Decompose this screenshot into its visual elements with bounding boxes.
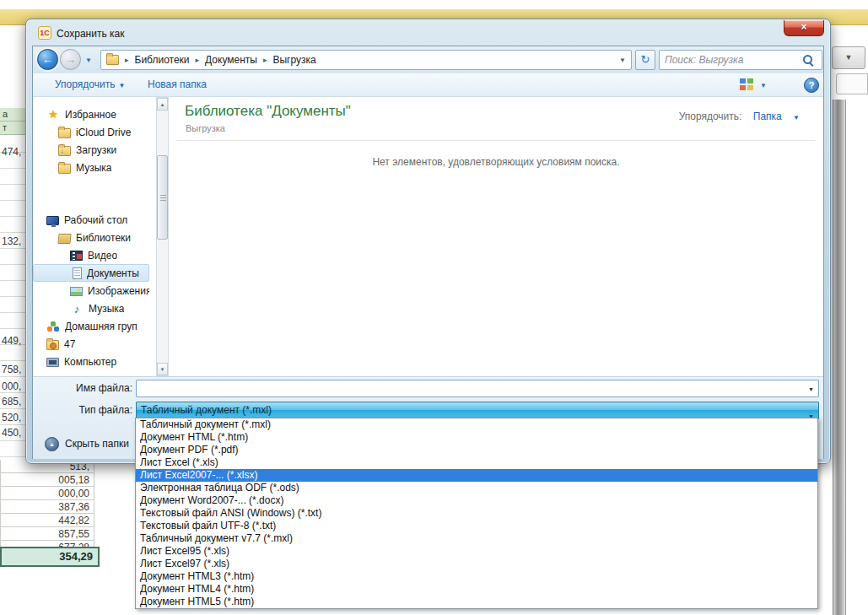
- sidebar-item-label: Документы: [87, 267, 139, 279]
- filetype-option-selected[interactable]: Лист Excel2007-... (*.xlsx): [136, 469, 817, 482]
- breadcrumb-separator-icon: ▸: [125, 56, 129, 64]
- arrange-by-control[interactable]: Упорядочить: Папка ▼: [679, 111, 800, 122]
- sidebar-item-homegroup[interactable]: Домашняя груп: [33, 317, 149, 335]
- sheet-total-cell: 354,29: [0, 547, 100, 567]
- refresh-button[interactable]: ↻: [635, 50, 655, 70]
- filetype-option[interactable]: Документ HTML (*.htm): [136, 431, 817, 444]
- filetype-option[interactable]: Электронная таблица ODF (*.ods): [136, 482, 817, 494]
- recent-pages-dropdown[interactable]: ▼: [85, 57, 92, 64]
- new-folder-button[interactable]: Новая папка: [148, 78, 207, 90]
- sidebar-item-label: Рабочий стол: [64, 214, 127, 226]
- sidebar-item-pictures[interactable]: Изображения: [33, 282, 149, 299]
- sidebar-gap: [33, 176, 149, 211]
- library-title: Библиотека "Документы": [185, 103, 351, 120]
- forward-button[interactable]: →: [60, 49, 81, 70]
- filetype-option[interactable]: Текстовый файл UTF-8 (*.txt): [136, 520, 817, 532]
- sidebar-item-favorites[interactable]: ★Избранное: [33, 105, 149, 123]
- save-as-dialog: 1С Сохранить как × ← → ▼ ▸ Библиотеки ▸ …: [25, 19, 831, 464]
- user-folder-icon: [46, 340, 59, 350]
- filetype-option[interactable]: Текстовый файл ANSI (Windows) (*.txt): [136, 507, 817, 520]
- scroll-up-icon[interactable]: ▲: [157, 98, 168, 111]
- dialog-body: ★Избранное iCloud Drive Загрузки Музыка …: [33, 97, 823, 376]
- header-separator: [177, 140, 815, 141]
- back-arrow-icon: ←: [42, 53, 53, 66]
- sheet-cell: 387,36: [0, 500, 94, 514]
- breadcrumb-item-documents[interactable]: Документы: [205, 54, 257, 66]
- star-icon: ★: [46, 109, 60, 121]
- search-input[interactable]: [665, 52, 800, 67]
- sidebar-item-label: Видео: [88, 250, 117, 262]
- arrange-value[interactable]: Папка: [753, 111, 782, 122]
- search-icon[interactable]: [803, 55, 815, 67]
- filetype-option[interactable]: Документ PDF (*.pdf): [136, 444, 817, 456]
- collapse-up-icon: ▲: [45, 437, 59, 451]
- back-button[interactable]: ←: [37, 49, 58, 70]
- organize-label: Упорядочить: [55, 78, 115, 90]
- video-icon: [70, 251, 83, 261]
- background-vertical-scrollbar[interactable]: [833, 100, 846, 615]
- filetype-option[interactable]: Табличный документ v7.7 (*.mxl): [136, 532, 817, 545]
- computer-icon: [46, 358, 59, 367]
- sidebar-item-libraries[interactable]: Библиотеки: [33, 229, 149, 246]
- filetype-option[interactable]: Документ HTML3 (*.htm): [136, 570, 817, 583]
- filetype-option[interactable]: Лист Excel95 (*.xls): [136, 545, 817, 558]
- sidebar-item-downloads[interactable]: Загрузки: [33, 141, 149, 159]
- background-button[interactable]: [836, 73, 868, 94]
- empty-results-message: Нет элементов, удовлетворяющих условиям …: [169, 156, 823, 168]
- filetype-option[interactable]: Лист Excel (*.xls): [136, 456, 817, 469]
- app-logo-icon: 1С: [38, 26, 51, 40]
- library-subtitle: Выгрузка: [186, 123, 225, 133]
- chevron-down-icon[interactable]: ▼: [808, 386, 814, 392]
- arrange-label: Упорядочить:: [679, 111, 742, 122]
- address-row: ← → ▼ ▸ Библиотеки ▸ Документы ▸ Выгрузк…: [33, 46, 823, 73]
- filetype-option[interactable]: Документ HTML5 (*.htm): [136, 596, 817, 608]
- view-mode-icon[interactable]: [740, 78, 753, 91]
- sidebar-item-music-fav[interactable]: Музыка: [33, 159, 149, 176]
- sidebar-item-label: Домашняя груп: [65, 321, 137, 332]
- hide-folders-button[interactable]: ▲ Скрыть папки: [45, 434, 146, 454]
- sidebar-item-desktop[interactable]: Рабочий стол: [33, 211, 149, 229]
- breadcrumb-separator-icon: ▸: [196, 56, 200, 64]
- background-dropdown-button[interactable]: ▼: [832, 46, 865, 69]
- sidebar-item-music-lib[interactable]: ♪Музыка: [33, 299, 149, 317]
- refresh-icon: ↻: [641, 53, 650, 66]
- sidebar-scrollbar[interactable]: ▲ ▼: [156, 97, 169, 376]
- scroll-down-icon[interactable]: ▼: [157, 363, 168, 375]
- libraries-icon: [57, 234, 71, 244]
- help-button[interactable]: ?: [804, 78, 819, 93]
- filename-combobox[interactable]: ▼: [136, 380, 819, 397]
- filetype-option[interactable]: Документ Word2007-... (*.docx): [136, 494, 817, 507]
- address-dropdown-icon[interactable]: ▼: [619, 57, 626, 64]
- filename-input[interactable]: [140, 382, 798, 396]
- filetype-option[interactable]: Документ HTML4 (*.htm): [136, 583, 817, 596]
- document-icon: [73, 267, 82, 279]
- sidebar-item-video[interactable]: Видео: [33, 246, 149, 264]
- downloads-folder-icon: [58, 146, 71, 156]
- scrollbar-thumb[interactable]: [157, 155, 168, 240]
- breadcrumb[interactable]: ▸ Библиотеки ▸ Документы ▸ Выгрузка ▼: [100, 50, 632, 70]
- sidebar-item-documents[interactable]: Документы: [33, 264, 149, 282]
- filetype-combobox[interactable]: Табличный документ (*.mxl) ▼: [136, 402, 819, 419]
- filename-label: Имя файла:: [60, 382, 132, 394]
- sidebar-item-label: Компьютер: [64, 356, 116, 368]
- breadcrumb-separator-icon: ▸: [263, 56, 267, 64]
- breadcrumb-item-vygruzka[interactable]: Выгрузка: [272, 54, 315, 66]
- sheet-cell: 442,82: [0, 514, 94, 527]
- filetype-option[interactable]: Табличный документ (*.mxl): [136, 418, 817, 431]
- breadcrumb-item-libraries[interactable]: Библиотеки: [135, 54, 190, 66]
- forward-arrow-icon: →: [65, 53, 76, 66]
- sidebar-item-label: Избранное: [65, 109, 116, 121]
- navigation-pane: ★Избранное iCloud Drive Загрузки Музыка …: [33, 97, 149, 376]
- sidebar-item-icloud-drive[interactable]: iCloud Drive: [33, 123, 149, 141]
- sidebar-item-user-47[interactable]: 47: [33, 335, 149, 353]
- file-list-pane: Библиотека "Документы" Выгрузка Упорядоч…: [169, 97, 823, 376]
- filetype-option[interactable]: Лист Excel97 (*.xls): [136, 558, 817, 570]
- view-mode-dropdown-icon[interactable]: ▼: [760, 82, 767, 89]
- sidebar-item-computer[interactable]: Компьютер: [33, 353, 149, 370]
- organize-button[interactable]: Упорядочить▼: [55, 78, 125, 90]
- folder-icon: [58, 128, 71, 138]
- chevron-down-icon: ▼: [845, 53, 853, 62]
- filetype-value: Табличный документ (*.mxl): [141, 404, 272, 416]
- folder-icon: [106, 55, 119, 65]
- close-button[interactable]: ×: [784, 20, 824, 36]
